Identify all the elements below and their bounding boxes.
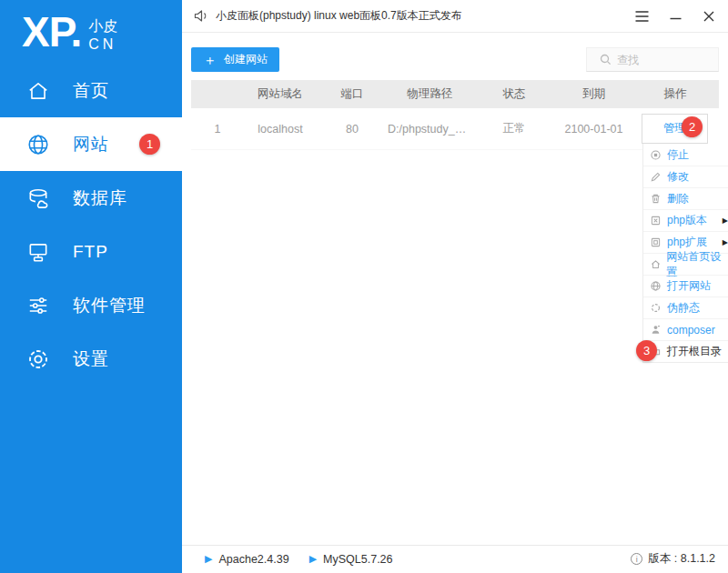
websites-table: 网站域名 端口 物理路径 状态 到期 操作 1 localhost 80 D:/… xyxy=(191,80,719,150)
announcement-text[interactable]: 小皮面板(phpstudy) linux web面板0.7版本正式发布 xyxy=(216,8,462,24)
submenu-arrow-icon: ▶ xyxy=(723,216,728,225)
cell-path: D:/phpstudy_pro/... xyxy=(388,123,472,136)
menu-item-label: 删除 xyxy=(667,191,689,206)
menu-item-homepage-settings[interactable]: 网站首页设置 xyxy=(643,253,728,275)
header-expiry: 到期 xyxy=(556,86,632,102)
menu-item-label: 修改 xyxy=(667,169,689,185)
step-badge-2: 2 xyxy=(682,116,703,137)
minimize-icon[interactable] xyxy=(667,8,683,25)
sidebar-item-label: 网站 xyxy=(73,133,109,156)
php-extension-icon xyxy=(650,237,662,247)
speaker-icon xyxy=(194,9,208,23)
cell-expiry: 2100-01-01 xyxy=(556,123,632,136)
sidebar-item-home[interactable]: 首页 xyxy=(0,64,182,117)
menu-item-label: 打开网站 xyxy=(667,278,711,294)
cell-port: 80 xyxy=(317,123,388,136)
sidebar-item-label: FTP xyxy=(73,242,108,262)
info-icon: i xyxy=(631,553,642,565)
close-icon[interactable] xyxy=(701,8,717,25)
step-badge-1: 1 xyxy=(139,134,160,155)
menu-item-stop[interactable]: 停止 xyxy=(643,144,728,166)
logo-sub-top: 小皮 xyxy=(88,17,117,35)
header-actions: 操作 xyxy=(632,86,719,102)
sidebar-item-label: 设置 xyxy=(73,347,109,371)
status-bar: ▶ Apache2.4.39 ▶ MySQL5.7.26 i 版本 : 8.1.… xyxy=(182,545,728,572)
menu-item-label: 伪静态 xyxy=(667,300,700,316)
sidebar-item-label: 数据库 xyxy=(73,186,127,210)
submenu-arrow-icon: ▶ xyxy=(723,238,728,246)
home-icon xyxy=(650,259,661,269)
table-row: 1 localhost 80 D:/phpstudy_pro/... 正常 21… xyxy=(191,108,719,150)
header-port: 端口 xyxy=(317,86,388,102)
menu-item-label: 停止 xyxy=(667,147,689,163)
search-box[interactable] xyxy=(586,47,719,72)
phpstudy-panel-window: XP. 小皮 CN 首页 xyxy=(0,0,728,573)
cell-index: 1 xyxy=(191,123,244,136)
menu-item-edit[interactable]: 修改 xyxy=(643,166,728,187)
sliders-icon xyxy=(25,293,51,318)
logo-main-text: XP. xyxy=(22,9,81,55)
php-version-icon xyxy=(650,216,662,226)
hamburger-menu-icon[interactable] xyxy=(633,8,650,25)
sidebar-item-ftp[interactable]: FTP xyxy=(0,225,182,278)
manage-dropdown-menu: 停止 修改 删除 php版本 xyxy=(642,144,728,363)
sidebar-item-software[interactable]: 软件管理 xyxy=(0,278,182,332)
search-input[interactable] xyxy=(617,54,708,66)
gear-icon xyxy=(25,347,51,372)
home-icon xyxy=(25,78,51,104)
table-header-row: 网站域名 端口 物理路径 状态 到期 操作 xyxy=(191,80,719,108)
menu-item-delete[interactable]: 删除 xyxy=(643,187,728,209)
cell-domain: localhost xyxy=(244,123,317,136)
menu-item-label: composer xyxy=(667,324,715,337)
stop-icon xyxy=(650,150,662,160)
globe-icon xyxy=(650,281,662,291)
service-mysql: ▶ MySQL5.7.26 xyxy=(309,553,393,566)
create-website-label: 创建网站 xyxy=(224,52,268,67)
trash-icon xyxy=(650,194,662,204)
sidebar: XP. 小皮 CN 首页 xyxy=(0,0,182,573)
sidebar-nav: 首页 网站 1 xyxy=(0,64,182,386)
play-icon: ▶ xyxy=(309,553,317,565)
play-icon: ▶ xyxy=(205,553,212,565)
xp-cn-logo: XP. 小皮 CN xyxy=(22,9,117,55)
service-label: Apache2.4.39 xyxy=(218,553,288,566)
header-path: 物理路径 xyxy=(388,86,472,102)
menu-item-php-version[interactable]: php版本 ▶ xyxy=(643,209,728,231)
menu-item-label: 打开根目录 xyxy=(667,344,722,359)
menu-item-composer[interactable]: composer xyxy=(643,318,728,340)
logo-sub-bottom: CN xyxy=(88,35,117,54)
sidebar-item-label: 软件管理 xyxy=(73,294,146,317)
menu-item-open-website[interactable]: 打开网站 xyxy=(643,275,728,297)
header-domain: 网站域名 xyxy=(244,86,317,102)
panel-version: i 版本 : 8.1.1.2 xyxy=(631,551,715,567)
title-bar: 小皮面板(phpstudy) linux web面板0.7版本正式发布 xyxy=(182,0,728,33)
search-icon xyxy=(600,54,612,65)
sidebar-item-settings[interactable]: 设置 xyxy=(0,332,182,386)
sidebar-item-database[interactable]: 数据库 xyxy=(0,171,182,225)
header-status: 状态 xyxy=(472,86,556,102)
version-label: 版本 : 8.1.1.2 xyxy=(648,551,715,567)
menu-item-label: php扩展 xyxy=(667,235,707,250)
database-icon xyxy=(25,186,51,211)
rewrite-icon xyxy=(650,303,662,313)
step-badge-3: 3 xyxy=(636,340,657,361)
composer-icon xyxy=(650,325,662,335)
service-apache: ▶ Apache2.4.39 xyxy=(205,553,289,566)
cell-status: 正常 xyxy=(472,121,556,136)
sidebar-item-label: 首页 xyxy=(73,79,109,103)
plus-icon: ＋ xyxy=(203,53,217,66)
network-icon xyxy=(25,239,51,265)
menu-item-rewrite[interactable]: 伪静态 xyxy=(643,297,728,318)
create-website-button[interactable]: ＋ 创建网站 xyxy=(191,47,279,72)
edit-icon xyxy=(650,172,662,182)
menu-item-label: php版本 xyxy=(667,213,707,228)
sidebar-item-websites[interactable]: 网站 1 xyxy=(0,117,182,171)
globe-icon xyxy=(25,132,51,157)
service-label: MySQL5.7.26 xyxy=(323,553,392,566)
